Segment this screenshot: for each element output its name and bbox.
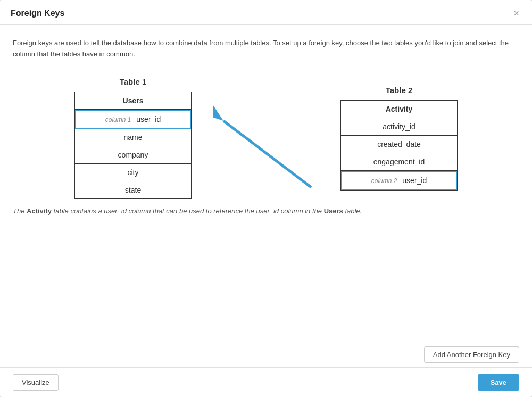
arrow-area: [213, 105, 319, 201]
add-another-foreign-key-button[interactable]: Add Another Foreign Key: [424, 346, 519, 363]
table1-header: Users: [75, 92, 191, 110]
cell-value: user_id: [136, 115, 161, 123]
footer-top: Add Another Foreign Key: [0, 340, 532, 367]
table-row: column 1 user_id: [75, 110, 191, 129]
close-button[interactable]: ×: [511, 9, 521, 18]
cell-value: city: [128, 168, 139, 177]
table1-label: Table 1: [120, 77, 147, 86]
table-row: created_date: [341, 136, 457, 153]
cell-value: user_id: [402, 176, 427, 185]
foreign-keys-modal: Foreign Keys × Foreign keys are used to …: [0, 0, 532, 397]
col-label: column 1: [105, 116, 131, 123]
table2-container: Table 2 Activity activity_id created_dat…: [340, 86, 458, 191]
cell-value: engagement_id: [373, 158, 425, 166]
table2-label: Table 2: [386, 86, 413, 95]
visualize-button[interactable]: Visualize: [13, 374, 59, 391]
table-row: city: [75, 164, 191, 181]
footer-bottom: Visualize Save: [0, 367, 532, 397]
table2: Activity activity_id created_date engage…: [340, 100, 458, 191]
modal-title: Foreign Keys: [11, 9, 64, 18]
table-row: engagement_id: [341, 153, 457, 171]
table-row: name: [75, 129, 191, 146]
cell-value: created_date: [377, 140, 421, 148]
col-label: column 2: [371, 177, 397, 185]
modal-header: Foreign Keys ×: [0, 0, 532, 25]
table1-container: Table 1 Users column 1 user_id name comp…: [74, 77, 192, 199]
arrow-svg: [213, 105, 319, 201]
table-row: activity_id: [341, 118, 457, 136]
table-row: company: [75, 146, 191, 164]
cell-value: company: [118, 151, 148, 159]
table-row: state: [75, 181, 191, 198]
table-row: column 2 user_id: [341, 171, 457, 190]
cell-value: activity_id: [383, 122, 415, 131]
cell-value: state: [125, 186, 141, 194]
svg-line-1: [223, 121, 311, 187]
save-button[interactable]: Save: [478, 374, 519, 391]
description-text: Foreign keys are used to tell the databa…: [13, 38, 519, 60]
table2-header: Activity: [341, 101, 457, 118]
activity-table-name: Activity: [27, 207, 52, 215]
diagram-wrapper: Table 1 Users column 1 user_id name comp…: [13, 76, 519, 201]
modal-body: Foreign keys are used to tell the databa…: [0, 25, 532, 340]
table1: Users column 1 user_id name company city: [74, 92, 192, 199]
summary-text: The Activity table contains a user_id co…: [13, 206, 519, 223]
users-table-name: Users: [324, 207, 343, 215]
cell-value: name: [123, 133, 142, 142]
